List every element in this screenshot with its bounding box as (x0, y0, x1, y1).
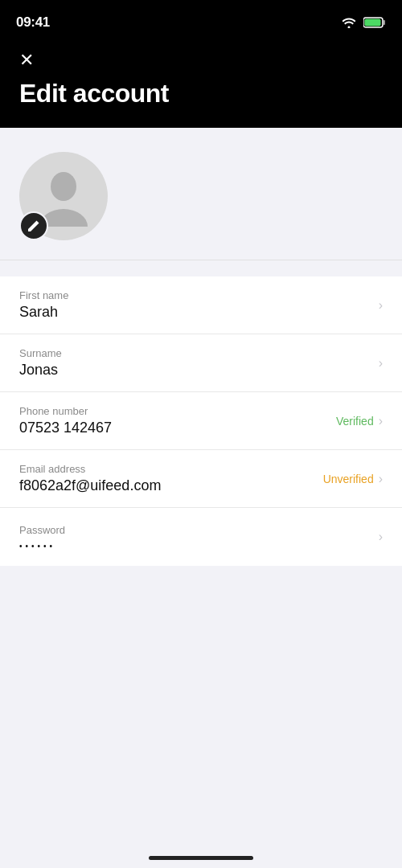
email-value: f8062a2f@uifeed.com (19, 477, 323, 494)
svg-rect-2 (365, 19, 381, 27)
status-time: 09:41 (16, 14, 50, 31)
surname-label: Surname (19, 347, 379, 359)
unverified-badge: Unverified (323, 473, 374, 485)
page-title: Edit account (19, 79, 383, 108)
svg-point-3 (51, 172, 76, 201)
chevron-right-icon: › (379, 414, 383, 428)
status-icons (341, 17, 386, 28)
form-section: First name Sarah › Surname Jonas › Phone… (0, 276, 402, 566)
first-name-value: Sarah (19, 304, 379, 321)
home-indicator (149, 856, 253, 860)
section-gap (0, 260, 402, 276)
avatar-edit-button[interactable] (19, 211, 48, 240)
first-name-label: First name (19, 289, 379, 301)
password-label: Password (19, 524, 379, 536)
avatar-section (0, 128, 402, 260)
chevron-right-icon: › (379, 356, 383, 371)
header: ✕ Edit account (0, 42, 402, 128)
avatar-wrapper (19, 152, 108, 240)
password-value: •••••• (19, 538, 379, 551)
wifi-icon (341, 17, 357, 28)
verified-badge: Verified (336, 415, 374, 428)
chevron-right-icon: › (379, 472, 383, 486)
phone-number-label: Phone number (19, 405, 336, 417)
chevron-right-icon: › (379, 530, 383, 544)
first-name-row[interactable]: First name Sarah › (0, 276, 402, 334)
password-row[interactable]: Password •••••• › (0, 508, 402, 566)
battery-icon (363, 17, 386, 28)
email-address-row[interactable]: Email address f8062a2f@uifeed.com Unveri… (0, 450, 402, 508)
phone-number-row[interactable]: Phone number 07523 142467 Verified › (0, 392, 402, 450)
surname-row[interactable]: Surname Jonas › (0, 334, 402, 392)
surname-value: Jonas (19, 362, 379, 379)
phone-number-value: 07523 142467 (19, 420, 336, 436)
close-button[interactable]: ✕ (19, 50, 34, 71)
chevron-right-icon: › (379, 298, 383, 313)
svg-rect-1 (384, 20, 386, 25)
status-bar: 09:41 (0, 0, 402, 42)
email-label: Email address (19, 463, 323, 475)
pencil-icon (27, 219, 40, 232)
